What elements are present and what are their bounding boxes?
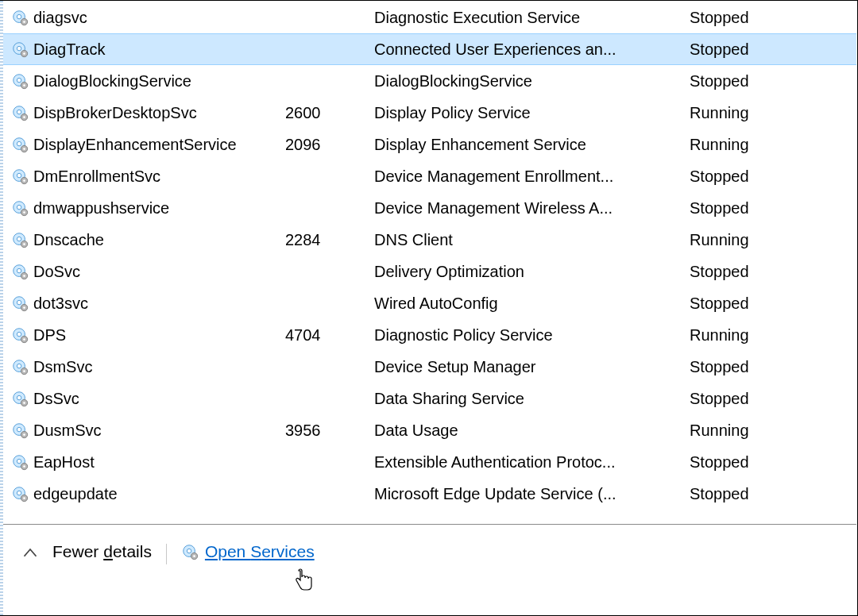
cell-name: DoSvc [11, 263, 289, 281]
table-row[interactable]: DoSvcDelivery OptimizationStopped [3, 256, 856, 287]
cell-name: DmEnrollmentSvc [11, 167, 289, 186]
cell-description: Data Usage [373, 422, 690, 440]
cell-description: Diagnostic Execution Service [373, 9, 690, 27]
svg-point-23 [23, 179, 25, 182]
svg-point-9 [17, 78, 21, 83]
table-row[interactable]: DPS4704Diagnostic Policy ServiceRunning [3, 319, 856, 351]
cell-status: Running [690, 104, 856, 122]
svg-point-41 [17, 332, 21, 337]
service-gear-icon [11, 136, 29, 153]
service-name-label: dmwappushservice [33, 199, 169, 218]
cell-status: Stopped [690, 9, 856, 27]
service-name-label: DsmSvc [33, 358, 92, 376]
cell-description: DialogBlockingService [373, 72, 690, 90]
svg-point-1 [17, 14, 21, 18]
svg-point-55 [23, 433, 25, 436]
cell-status: Running [690, 422, 856, 440]
table-row[interactable]: DmEnrollmentSvcDevice Management Enrollm… [3, 160, 856, 192]
cell-name: DsmSvc [11, 358, 289, 376]
cell-status: Stopped [690, 485, 856, 503]
service-name-label: DsSvc [33, 390, 79, 408]
table-row[interactable]: edgeupdateMicrosoft Edge Update Service … [3, 478, 856, 510]
service-name-label: DmEnrollmentSvc [33, 167, 160, 186]
svg-point-51 [23, 402, 25, 404]
cell-description: Extensible Authentication Protoc... [373, 453, 690, 472]
table-row[interactable]: DsSvcData Sharing ServiceStopped [3, 383, 856, 414]
cell-status: Stopped [690, 390, 856, 408]
cell-status: Running [690, 231, 856, 249]
cell-description: Device Management Enrollment... [373, 167, 690, 186]
open-services-link[interactable]: Open Services [181, 542, 315, 561]
cell-description: Device Management Wireless A... [373, 199, 690, 218]
service-name-label: Dnscache [33, 231, 104, 249]
cell-name: DiagTrack [11, 40, 289, 59]
table-row[interactable]: DiagTrackConnected User Experiences an..… [3, 33, 856, 65]
service-gear-icon [11, 263, 29, 280]
svg-point-49 [17, 395, 21, 400]
svg-point-53 [17, 427, 21, 432]
table-row[interactable]: dot3svcWired AutoConfigStopped [3, 287, 856, 319]
service-name-label: DPS [33, 326, 66, 345]
service-name-label: edgeupdate [33, 485, 118, 503]
service-name-label: EapHost [33, 453, 95, 472]
svg-point-13 [17, 110, 21, 114]
service-name-label: dot3svc [33, 295, 88, 313]
svg-point-39 [23, 306, 25, 309]
service-name-label: DialogBlockingService [33, 72, 191, 90]
cell-name: DisplayEnhancementService [11, 136, 289, 154]
svg-point-17 [17, 141, 21, 146]
open-services-accel: S [250, 542, 261, 560]
table-row[interactable]: diagsvcDiagnostic Execution ServiceStopp… [3, 2, 856, 33]
cell-description: Display Enhancement Service [373, 136, 690, 154]
fewer-details-pre: Fewer [52, 542, 103, 560]
cell-name: DusmSvc [11, 422, 289, 440]
cell-description: Display Policy Service [373, 104, 690, 122]
cell-description: Diagnostic Policy Service [373, 326, 690, 345]
service-gear-icon [11, 199, 29, 217]
table-row[interactable]: Dnscache2284DNS ClientRunning [3, 224, 856, 256]
cell-status: Stopped [690, 263, 856, 281]
cell-status: Stopped [690, 40, 856, 59]
cell-name: dot3svc [11, 295, 289, 313]
cell-status: Running [690, 326, 856, 345]
svg-point-19 [23, 148, 25, 150]
services-table: diagsvcDiagnostic Execution ServiceStopp… [3, 2, 856, 510]
table-row[interactable]: DsmSvcDevice Setup ManagerStopped [3, 351, 856, 383]
table-row[interactable]: DialogBlockingServiceDialogBlockingServi… [3, 65, 856, 97]
table-row[interactable]: DusmSvc3956Data UsageRunning [3, 414, 856, 446]
service-gear-icon [11, 72, 29, 90]
table-row[interactable]: dmwappushserviceDevice Management Wirele… [3, 192, 856, 224]
open-services-pre: Open [205, 542, 250, 560]
service-gear-icon [11, 104, 29, 121]
cell-status: Stopped [690, 167, 856, 186]
service-name-label: DiagTrack [33, 40, 105, 59]
cell-description: Data Sharing Service [373, 390, 690, 408]
table-row[interactable]: EapHostExtensible Authentication Protoc.… [3, 446, 856, 478]
svg-point-45 [17, 364, 21, 368]
table-row[interactable]: DispBrokerDesktopSvc2600Display Policy S… [3, 97, 856, 129]
service-name-label: DisplayEnhancementService [33, 136, 237, 154]
service-gear-icon [11, 326, 29, 344]
table-row[interactable]: DisplayEnhancementService2096Display Enh… [3, 129, 856, 160]
cell-description: Connected User Experiences an... [373, 40, 690, 59]
cell-description: Device Setup Manager [373, 358, 690, 376]
svg-point-33 [17, 268, 21, 273]
service-gear-icon [11, 295, 29, 312]
footer-bar: Fewer details Open Services [3, 524, 856, 614]
cell-pid: 3956 [285, 422, 373, 440]
svg-point-29 [17, 237, 21, 241]
service-gear-icon [11, 231, 29, 248]
svg-point-47 [23, 370, 25, 372]
service-gear-icon [11, 453, 29, 471]
cell-description: Microsoft Edge Update Service (... [373, 485, 690, 503]
svg-point-37 [17, 300, 21, 305]
service-gear-icon [11, 9, 29, 26]
service-name-label: diagsvc [33, 9, 87, 27]
svg-point-21 [17, 173, 21, 178]
cell-name: DialogBlockingService [11, 72, 289, 90]
cell-name: edgeupdate [11, 485, 289, 503]
collapse-chevron-icon[interactable] [22, 545, 38, 561]
fewer-details-button[interactable]: Fewer details [52, 542, 152, 561]
svg-point-7 [23, 52, 25, 55]
cell-name: dmwappushservice [11, 199, 289, 218]
